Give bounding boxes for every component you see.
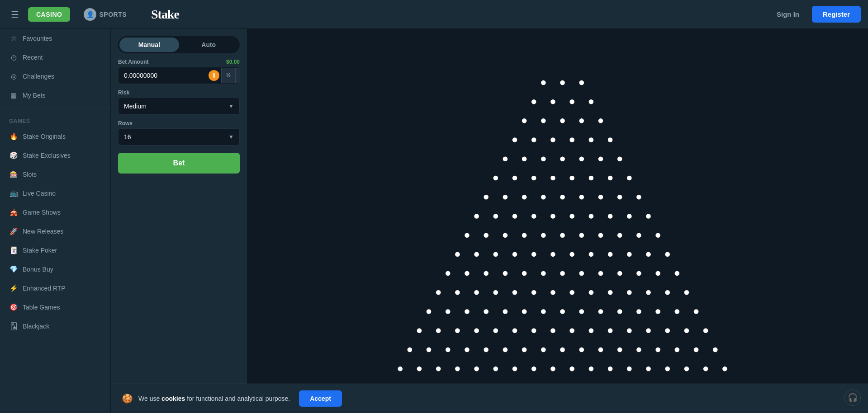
auto-mode-button[interactable]: Auto <box>179 38 239 52</box>
svg-point-94 <box>550 290 555 295</box>
svg-point-152 <box>436 366 441 371</box>
rows-label: Rows <box>118 120 240 127</box>
svg-point-96 <box>589 290 594 295</box>
svg-point-61 <box>636 233 641 238</box>
sidebar-item-recent[interactable]: ◷ Recent <box>0 48 110 67</box>
svg-point-128 <box>627 328 632 333</box>
svg-point-13 <box>531 137 536 142</box>
manual-mode-button[interactable]: Manual <box>119 38 179 52</box>
sports-tab[interactable]: 👤 SPORTS <box>76 5 135 24</box>
header: ☰ CASINO 👤 SPORTS Stake Sign In Register <box>0 0 868 29</box>
star-icon: ☆ <box>9 34 18 42</box>
svg-point-131 <box>684 328 689 333</box>
svg-point-167 <box>722 366 727 371</box>
svg-point-118 <box>436 328 441 333</box>
svg-point-103 <box>446 309 451 314</box>
risk-select[interactable]: Low Medium High <box>119 98 239 114</box>
svg-point-42 <box>474 214 479 219</box>
sidebar-item-new-releases[interactable]: 🚀 New Releases <box>0 222 110 241</box>
bet-button[interactable]: Bet <box>118 153 240 174</box>
sidebar-item-stake-originals[interactable]: 🔥 Stake Originals <box>0 127 110 146</box>
support-button[interactable]: 🎧 <box>844 390 861 406</box>
svg-point-107 <box>522 309 527 314</box>
sidebar-item-enhanced-rtp[interactable]: ⚡ Enhanced RTP <box>0 279 110 298</box>
svg-point-121 <box>493 328 498 333</box>
svg-point-21 <box>560 157 565 162</box>
sidebar-item-stake-poker[interactable]: 🃏 Stake Poker <box>0 241 110 260</box>
clock-icon: ◷ <box>9 53 18 61</box>
lightning-icon: ⚡ <box>9 284 18 292</box>
games-section-label: Games <box>0 113 110 127</box>
cookie-banner: 🍪 We use cookies for functional and anal… <box>111 384 868 413</box>
svg-point-113 <box>636 309 641 314</box>
half-button[interactable]: ½ <box>221 68 235 83</box>
svg-point-45 <box>531 214 536 219</box>
svg-point-132 <box>703 328 708 333</box>
svg-point-17 <box>608 137 613 142</box>
sidebar-item-table-games[interactable]: 🎯 Table Games <box>0 298 110 317</box>
svg-point-160 <box>589 366 594 371</box>
svg-point-7 <box>522 118 527 123</box>
hamburger-menu[interactable]: ☰ <box>7 5 23 23</box>
svg-point-26 <box>512 176 517 181</box>
svg-point-93 <box>531 290 536 295</box>
svg-point-29 <box>569 176 574 181</box>
svg-point-106 <box>503 309 508 314</box>
svg-point-124 <box>550 328 555 333</box>
sidebar-item-live-casino[interactable]: 📺 Live Casino <box>0 184 110 203</box>
svg-point-68 <box>550 252 555 257</box>
svg-point-69 <box>569 252 574 257</box>
risk-select-wrapper: Low Medium High ▼ <box>118 98 240 115</box>
sidebar-item-bonus-buy[interactable]: 💎 Bonus Buy <box>0 260 110 279</box>
svg-point-144 <box>617 347 622 352</box>
svg-point-10 <box>579 118 584 123</box>
casino-tab[interactable]: CASINO <box>28 7 70 22</box>
svg-point-126 <box>589 328 594 333</box>
svg-point-85 <box>636 271 641 276</box>
sidebar-item-favourites[interactable]: ☆ Favourites <box>0 29 110 48</box>
svg-point-47 <box>569 214 574 219</box>
sidebar-item-game-shows[interactable]: 🎪 Game Shows <box>0 203 110 222</box>
sidebar-item-blackjack[interactable]: 🂡 Blackjack <box>0 317 110 336</box>
svg-point-52 <box>465 233 470 238</box>
svg-point-16 <box>589 137 594 142</box>
svg-point-122 <box>512 328 517 333</box>
accept-cookies-button[interactable]: Accept <box>299 390 342 407</box>
svg-point-4 <box>550 99 555 104</box>
bet-input-row: ₿ ½ 2× <box>118 67 240 84</box>
svg-point-30 <box>589 176 594 181</box>
svg-point-102 <box>427 309 432 314</box>
sidebar-item-stake-exclusives[interactable]: 🎲 Stake Exclusives <box>0 146 110 165</box>
svg-point-146 <box>655 347 660 352</box>
svg-point-28 <box>550 176 555 181</box>
signin-button[interactable]: Sign In <box>769 7 806 22</box>
svg-point-35 <box>522 195 527 200</box>
svg-point-40 <box>617 195 622 200</box>
dice-icon: 🎲 <box>9 151 18 160</box>
svg-point-24 <box>617 157 622 162</box>
svg-point-99 <box>646 290 651 295</box>
svg-point-39 <box>598 195 603 200</box>
svg-point-86 <box>655 271 660 276</box>
fire-icon: 🔥 <box>9 132 18 141</box>
gameshow-icon: 🎪 <box>9 208 18 216</box>
double-button[interactable]: 2× <box>235 68 240 83</box>
svg-point-105 <box>484 309 489 314</box>
cookie-icon: 🍪 <box>122 393 133 404</box>
svg-point-65 <box>493 252 498 257</box>
header-right: Sign In Register <box>769 6 861 23</box>
register-button[interactable]: Register <box>812 6 861 23</box>
bet-amount-input[interactable] <box>119 67 209 84</box>
sidebar-item-mybets[interactable]: ▦ My Bets <box>0 86 110 105</box>
sidebar-item-slots[interactable]: 🎰 Slots <box>0 165 110 184</box>
svg-point-76 <box>465 271 470 276</box>
svg-point-46 <box>550 214 555 219</box>
svg-point-74 <box>665 252 670 257</box>
card-icon: 🂡 <box>9 322 18 330</box>
rows-select[interactable]: 8 10 12 14 16 <box>119 129 239 145</box>
svg-point-101 <box>684 290 689 295</box>
mybets-icon: ▦ <box>9 91 18 99</box>
svg-point-139 <box>522 347 527 352</box>
sidebar-item-challenges[interactable]: ◎ Challenges <box>0 67 110 86</box>
svg-point-44 <box>512 214 517 219</box>
